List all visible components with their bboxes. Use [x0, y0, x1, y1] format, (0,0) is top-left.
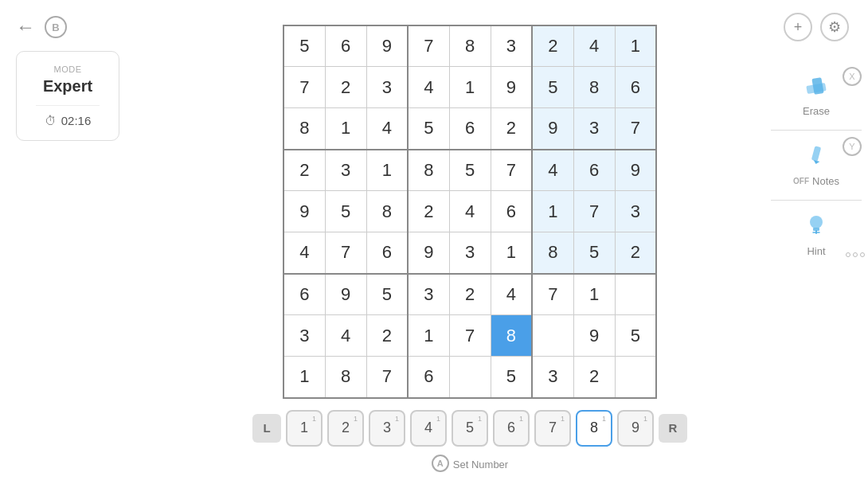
grid-cell-3-1[interactable]: 3 — [325, 150, 366, 191]
num-button-6[interactable]: 16 — [493, 410, 530, 447]
grid-cell-2-8[interactable]: 7 — [615, 108, 656, 150]
grid-cell-6-5[interactable]: 4 — [491, 274, 532, 315]
grid-cell-2-0[interactable]: 8 — [283, 108, 325, 150]
grid-cell-0-4[interactable]: 8 — [449, 25, 491, 67]
grid-cell-4-5[interactable]: 6 — [491, 191, 532, 232]
grid-cell-4-7[interactable]: 7 — [573, 191, 615, 232]
grid-cell-6-2[interactable]: 5 — [366, 274, 408, 315]
grid-cell-3-2[interactable]: 1 — [366, 150, 408, 191]
grid-cell-4-2[interactable]: 8 — [366, 191, 408, 232]
grid-cell-4-4[interactable]: 4 — [449, 191, 491, 232]
num-button-9[interactable]: 19 — [617, 410, 654, 447]
num-button-5[interactable]: 15 — [452, 410, 488, 447]
grid-cell-3-7[interactable]: 6 — [573, 150, 615, 191]
grid-cell-1-6[interactable]: 5 — [532, 67, 573, 108]
grid-cell-5-3[interactable]: 9 — [408, 232, 449, 274]
grid-cell-2-6[interactable]: 9 — [532, 108, 573, 150]
grid-cell-2-3[interactable]: 5 — [408, 108, 449, 150]
notes-tool[interactable]: OFF Notes Y — [771, 130, 862, 193]
r-button[interactable]: R — [659, 414, 687, 443]
grid-cell-7-2[interactable]: 2 — [366, 315, 408, 357]
num-button-3[interactable]: 13 — [369, 410, 405, 447]
grid-cell-6-8[interactable] — [615, 274, 656, 315]
grid-cell-4-3[interactable]: 2 — [408, 191, 449, 232]
grid-cell-6-7[interactable]: 1 — [573, 274, 615, 315]
grid-cell-1-3[interactable]: 4 — [408, 67, 449, 108]
grid-cell-5-5[interactable]: 1 — [491, 232, 532, 274]
grid-cell-1-4[interactable]: 1 — [449, 67, 491, 108]
grid-cell-8-1[interactable]: 8 — [325, 357, 366, 398]
grid-cell-6-4[interactable]: 2 — [449, 274, 491, 315]
grid-cell-3-6[interactable]: 4 — [532, 150, 573, 191]
dots-icon[interactable] — [846, 252, 865, 257]
grid-cell-2-7[interactable]: 3 — [573, 108, 615, 150]
grid-cell-0-2[interactable]: 9 — [366, 25, 408, 67]
grid-cell-5-0[interactable]: 4 — [283, 232, 325, 274]
grid-cell-2-5[interactable]: 2 — [491, 108, 532, 150]
grid-cell-8-8[interactable] — [615, 357, 656, 398]
grid-cell-2-4[interactable]: 6 — [449, 108, 491, 150]
grid-cell-1-8[interactable]: 6 — [615, 67, 656, 108]
grid-cell-3-8[interactable]: 9 — [615, 150, 656, 191]
settings-button[interactable]: ⚙ — [820, 13, 849, 41]
grid-cell-8-3[interactable]: 6 — [408, 357, 449, 398]
grid-cell-1-7[interactable]: 8 — [573, 67, 615, 108]
grid-cell-2-2[interactable]: 4 — [366, 108, 408, 150]
grid-cell-0-0[interactable]: 5 — [283, 25, 325, 67]
grid-cell-5-8[interactable]: 2 — [615, 232, 656, 274]
grid-cell-0-7[interactable]: 4 — [573, 25, 615, 67]
grid-cell-1-0[interactable]: 7 — [283, 67, 325, 108]
grid-cell-8-0[interactable]: 1 — [283, 357, 325, 398]
grid-cell-7-8[interactable]: 5 — [615, 315, 656, 357]
grid-cell-6-1[interactable]: 9 — [325, 274, 366, 315]
num-button-2[interactable]: 12 — [327, 410, 364, 447]
grid-cell-5-1[interactable]: 7 — [325, 232, 366, 274]
grid-cell-8-2[interactable]: 7 — [366, 357, 408, 398]
grid-cell-8-7[interactable]: 2 — [573, 357, 615, 398]
notes-row: OFF Notes — [793, 175, 839, 187]
grid-cell-0-6[interactable]: 2 — [532, 25, 573, 67]
grid-cell-6-3[interactable]: 3 — [408, 274, 449, 315]
grid-cell-8-6[interactable]: 3 — [532, 357, 573, 398]
grid-cell-7-7[interactable]: 9 — [573, 315, 615, 357]
add-button[interactable]: + — [784, 13, 812, 41]
grid-cell-5-2[interactable]: 6 — [366, 232, 408, 274]
grid-cell-4-6[interactable]: 1 — [532, 191, 573, 232]
grid-cell-7-1[interactable]: 4 — [325, 315, 366, 357]
grid-cell-7-4[interactable]: 7 — [449, 315, 491, 357]
grid-cell-3-5[interactable]: 7 — [491, 150, 532, 191]
grid-cell-0-8[interactable]: 1 — [615, 25, 656, 67]
grid-cell-3-4[interactable]: 5 — [449, 150, 491, 191]
grid-cell-7-3[interactable]: 1 — [408, 315, 449, 357]
grid-cell-4-8[interactable]: 3 — [615, 191, 656, 232]
grid-cell-5-6[interactable]: 8 — [532, 232, 573, 274]
grid-cell-5-4[interactable]: 3 — [449, 232, 491, 274]
erase-tool[interactable]: Erase X — [771, 61, 862, 123]
grid-cell-6-6[interactable]: 7 — [532, 274, 573, 315]
grid-cell-6-0[interactable]: 6 — [283, 274, 325, 315]
grid-cell-8-4[interactable] — [449, 357, 491, 398]
grid-cell-7-0[interactable]: 3 — [283, 315, 325, 357]
grid-cell-0-5[interactable]: 3 — [491, 25, 532, 67]
grid-cell-0-1[interactable]: 6 — [325, 25, 366, 67]
num-button-1[interactable]: 11 — [286, 410, 323, 447]
grid-cell-0-3[interactable]: 7 — [408, 25, 449, 67]
grid-cell-2-1[interactable]: 1 — [325, 108, 366, 150]
grid-cell-4-0[interactable]: 9 — [283, 191, 325, 232]
num-button-4[interactable]: 14 — [410, 410, 447, 447]
grid-cell-1-5[interactable]: 9 — [491, 67, 532, 108]
grid-cell-3-3[interactable]: 8 — [408, 150, 449, 191]
num-button-8[interactable]: 18 — [576, 410, 612, 447]
grid-cell-1-2[interactable]: 3 — [366, 67, 408, 108]
grid-cell-5-7[interactable]: 5 — [573, 232, 615, 274]
l-button[interactable]: L — [252, 414, 281, 443]
grid-cell-7-5[interactable]: 8 — [491, 315, 532, 357]
grid-cell-4-1[interactable]: 5 — [325, 191, 366, 232]
hint-tool[interactable]: Hint — [771, 200, 862, 264]
back-button[interactable]: ← — [16, 16, 35, 38]
num-button-7[interactable]: 17 — [534, 410, 571, 447]
grid-cell-8-5[interactable]: 5 — [491, 357, 532, 398]
grid-cell-3-0[interactable]: 2 — [283, 150, 325, 191]
grid-cell-7-6[interactable] — [532, 315, 573, 357]
grid-cell-1-1[interactable]: 2 — [325, 67, 366, 108]
